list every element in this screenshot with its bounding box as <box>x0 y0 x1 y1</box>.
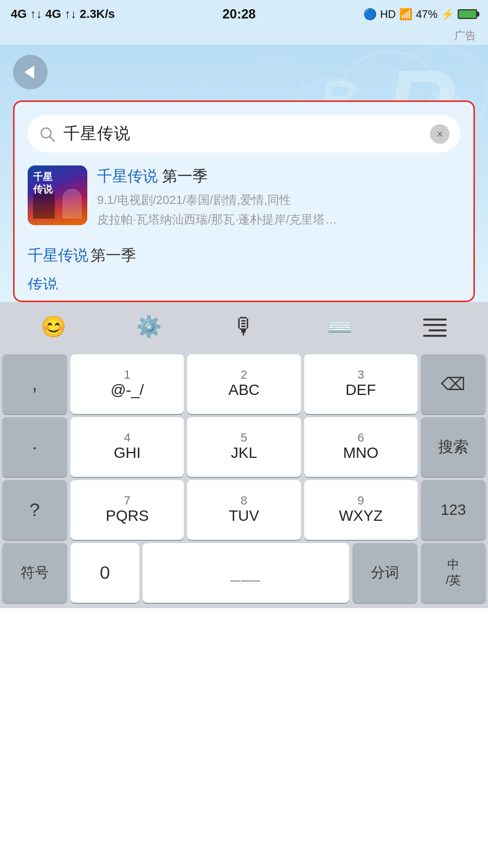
key-symbol[interactable]: 符号 <box>2 543 67 603</box>
network-indicator: 4G ↑↓ <box>11 7 42 21</box>
key-7-num: 7 <box>124 495 131 507</box>
key-6-num: 6 <box>357 432 364 444</box>
backspace-icon: ⌫ <box>441 374 465 394</box>
ad-bar: 广告 <box>0 28 488 45</box>
key-5[interactable]: 5 JKL <box>187 417 300 477</box>
keyboard-row-2: · 4 GHI 5 JKL 6 MNO 搜索 <box>2 417 486 477</box>
key-3-letters: DEF <box>345 381 376 399</box>
status-right: 🔵 HD 📶 47% ⚡ <box>363 8 477 21</box>
keyboard-row-3: ? 7 PQRS 8 TUV 9 WXYZ 123 <box>2 480 486 540</box>
svg-line-1 <box>50 137 54 141</box>
key-lang[interactable]: 中/英 <box>421 543 486 603</box>
key-search[interactable]: 搜索 <box>421 417 486 477</box>
key-6[interactable]: 6 MNO <box>304 417 418 477</box>
key-dot-label: · <box>32 436 37 457</box>
status-time: 20:28 <box>222 7 255 22</box>
key-3[interactable]: 3 DEF <box>304 354 418 414</box>
result-title-blue: 千星传说 <box>97 168 158 184</box>
key-0-label: 0 <box>100 562 110 583</box>
hd-label: HD <box>380 8 396 21</box>
thumbnail-overlay-text: 千星 传说 <box>31 169 55 199</box>
mic-button[interactable]: 🎙 <box>224 311 264 342</box>
key-8-num: 8 <box>241 495 247 507</box>
bluetooth-icon: 🔵 <box>363 8 377 21</box>
search-input-row[interactable]: 千星传说 × <box>28 115 460 152</box>
key-question[interactable]: ? <box>2 480 67 540</box>
result-title-black: 第一季 <box>158 168 208 184</box>
suggestion-row[interactable]: 千星传说 第一季 <box>28 240 460 270</box>
search-container: 千星传说 × 千星 传说 千星传说 第一季 <box>13 100 475 302</box>
result-meta-2: 皮拉帕·瓦塔纳汕西瑞/那瓦·蓬朴提岸/克里塔… <box>97 210 460 229</box>
space-label: ___ <box>230 564 261 582</box>
ad-label: 广告 <box>454 29 476 41</box>
key-6-letters: MNO <box>343 444 378 462</box>
speed-indicator: 4G ↑↓ 2.3K/s <box>45 7 114 21</box>
key-4[interactable]: 4 GHI <box>70 417 184 477</box>
menu-lines-icon <box>422 316 448 337</box>
key-0[interactable]: 0 <box>70 543 139 603</box>
emoji-icon: 😊 <box>41 315 66 339</box>
key-7[interactable]: 7 PQRS <box>70 480 184 540</box>
key-123-label: 123 <box>441 501 466 519</box>
key-4-letters: GHI <box>114 444 141 462</box>
result-title: 千星传说 第一季 <box>97 167 460 186</box>
key-9[interactable]: 9 WXYZ <box>304 480 418 540</box>
key-2-letters: ABC <box>228 381 260 399</box>
key-1-num: 1 <box>124 369 131 381</box>
search-query-text: 千星传说 <box>63 123 422 145</box>
emoji-button[interactable]: 😊 <box>34 311 73 342</box>
key-1[interactable]: 1 @-_/ <box>70 354 184 414</box>
key-5-letters: JKL <box>231 444 257 462</box>
search-icon <box>38 125 56 143</box>
key-8[interactable]: 8 TUV <box>187 480 300 540</box>
status-bar: 4G ↑↓ 4G ↑↓ 2.3K/s 20:28 🔵 HD 📶 47% ⚡ <box>0 0 488 28</box>
key-4-num: 4 <box>124 432 131 444</box>
battery-icon: ⚡ <box>441 8 454 21</box>
key-123[interactable]: 123 <box>421 480 486 540</box>
settings-icon: ⚙️ <box>136 315 162 339</box>
suggestion-blue: 千星传说 <box>28 245 88 266</box>
key-8-letters: TUV <box>229 507 259 525</box>
status-left: 4G ↑↓ 4G ↑↓ 2.3K/s <box>11 7 115 21</box>
key-symbol-label: 符号 <box>21 563 49 582</box>
mic-icon: 🎙 <box>233 314 255 340</box>
key-9-num: 9 <box>357 495 364 507</box>
result-thumbnail: 千星 传说 <box>28 165 87 225</box>
key-question-label: ? <box>30 499 40 520</box>
key-2-num: 2 <box>241 369 247 381</box>
key-lang-label: 中/英 <box>446 557 461 588</box>
key-fenci[interactable]: 分词 <box>352 543 418 603</box>
key-5-num: 5 <box>241 432 247 444</box>
clear-button[interactable]: × <box>430 124 450 144</box>
key-space[interactable]: ___ <box>143 543 349 603</box>
battery-bar <box>458 9 477 19</box>
key-7-letters: PQRS <box>106 507 149 525</box>
result-info: 千星传说 第一季 9.1/电视剧/2021/泰国/剧情,爱情,同性 皮拉帕·瓦塔… <box>97 165 460 229</box>
settings-button[interactable]: ⚙️ <box>129 311 168 342</box>
keyboard-row-1: , 1 @-_/ 2 ABC 3 DEF ⌫ <box>2 354 486 414</box>
clear-icon: × <box>436 129 443 139</box>
wifi-icon: 📶 <box>399 8 413 21</box>
keyboard-row-4: 符号 0 ___ 分词 中/英 <box>2 543 486 603</box>
partial-suggestion: 传说 <box>28 270 460 290</box>
back-button[interactable] <box>13 55 48 90</box>
top-area: R B 千星传说 × <box>0 45 488 302</box>
key-comma-label: , <box>32 373 37 394</box>
key-fenci-label: 分词 <box>371 563 399 582</box>
battery-percent: 47% <box>416 8 438 21</box>
key-backspace[interactable]: ⌫ <box>421 354 486 414</box>
key-3-num: 3 <box>357 369 364 381</box>
key-9-letters: WXYZ <box>339 507 383 525</box>
key-2[interactable]: 2 ABC <box>187 354 300 414</box>
key-dot[interactable]: · <box>2 417 67 477</box>
keyboard-toolbar: 😊 ⚙️ 🎙 ⌨️ <box>0 302 488 351</box>
result-item[interactable]: 千星 传说 千星传说 第一季 9.1/电视剧/2021/泰国/剧情,爱情,同性 … <box>28 165 460 229</box>
result-meta-1: 9.1/电视剧/2021/泰国/剧情,爱情,同性 <box>97 190 460 209</box>
keyboard-switch-button[interactable]: ⌨️ <box>320 311 359 342</box>
key-comma[interactable]: , <box>2 354 67 414</box>
suggestion-black: 第一季 <box>91 245 136 266</box>
menu-button[interactable] <box>415 311 454 342</box>
key-1-letters: @-_/ <box>111 381 144 399</box>
keyboard: , 1 @-_/ 2 ABC 3 DEF ⌫ · 4 GHI 5 JKL <box>0 351 488 608</box>
search-key-label: 搜索 <box>438 437 468 457</box>
